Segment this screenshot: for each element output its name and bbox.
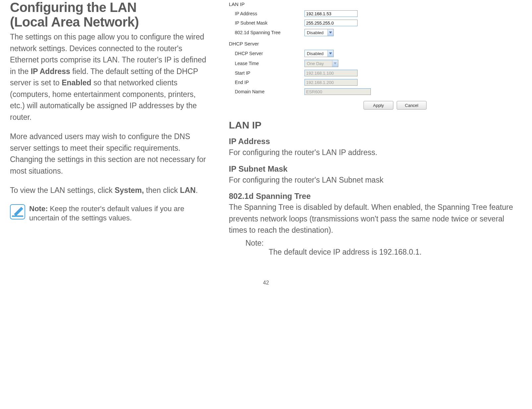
- field-row-ip-address: IP Address: [229, 9, 428, 18]
- section-heading-dhcp: DHCP Server: [229, 41, 428, 46]
- desc-ip-address: For configuring the router's LAN IP addr…: [229, 147, 522, 158]
- field-row-end-ip: End IP: [229, 78, 428, 87]
- select-value: Disabled: [305, 30, 327, 35]
- title-line-1: Configuring the LAN: [10, 0, 137, 15]
- label-domain-name: Domain Name: [235, 89, 304, 94]
- select-value: One Day: [305, 61, 332, 66]
- label-subnet-mask: IP Subnet Mask: [235, 20, 304, 26]
- subheading-spanning-tree: 802.1d Spanning Tree: [229, 192, 522, 201]
- chevron-down-icon: [327, 50, 333, 57]
- input-start-ip: [304, 70, 358, 76]
- select-dhcp-server[interactable]: Disabled: [304, 50, 334, 57]
- heading-lan-ip: LAN IP: [229, 120, 522, 131]
- select-lease-time: One Day: [304, 60, 338, 67]
- button-row: Apply Cancel: [229, 101, 428, 110]
- select-value: Disabled: [305, 51, 327, 56]
- apply-button[interactable]: Apply: [364, 101, 393, 110]
- router-config-panel: LAN IP IP Address IP Subnet Mask 802.1d …: [229, 1, 428, 110]
- label-lease-time: Lease Time: [235, 61, 304, 66]
- intro-paragraph-3: To view the LAN settings, click System, …: [10, 185, 209, 196]
- text-bold: System,: [115, 186, 144, 195]
- input-end-ip: [304, 79, 358, 86]
- text-fragment: To view the LAN settings, click: [10, 186, 115, 195]
- label-end-ip: End IP: [235, 80, 304, 85]
- input-domain-name: [304, 88, 371, 95]
- desc-subnet-mask: For configuring the router's LAN Subnet …: [229, 174, 522, 186]
- label-start-ip: Start IP: [235, 70, 304, 76]
- chevron-down-icon: [327, 29, 333, 36]
- intro-paragraph-2: More advanced users may wish to configur…: [10, 131, 209, 177]
- label-spanning-tree: 802.1d Spanning Tree: [235, 30, 304, 35]
- text-bold: IP Address: [31, 67, 70, 76]
- note-label: Note:: [245, 239, 522, 248]
- chevron-down-icon: [332, 60, 338, 67]
- text-bold: Enabled: [62, 78, 91, 87]
- note-body: Keep the router's default values if you …: [29, 204, 184, 222]
- text-bold: LAN: [180, 186, 196, 195]
- svg-rect-1: [12, 215, 23, 217]
- field-row-lease-time: Lease Time One Day: [229, 58, 428, 68]
- field-row-start-ip: Start IP: [229, 68, 428, 78]
- page-number: 42: [10, 280, 522, 286]
- note-callout: Note: Keep the router's default values i…: [10, 204, 209, 223]
- subheading-subnet-mask: IP Subnet Mask: [229, 164, 522, 174]
- note-label: Note:: [29, 204, 48, 213]
- label-ip-address: IP Address: [235, 11, 304, 16]
- subheading-ip-address: IP Address: [229, 137, 522, 146]
- text-fragment: .: [196, 186, 198, 195]
- field-row-spanning-tree: 802.1d Spanning Tree Disabled: [229, 28, 428, 38]
- cancel-button[interactable]: Cancel: [397, 101, 427, 110]
- page-title: Configuring the LAN (Local Area Network): [10, 0, 209, 29]
- text-fragment: then click: [144, 186, 180, 195]
- intro-paragraph-1: The settings on this page allow you to c…: [10, 31, 209, 123]
- title-line-2: (Local Area Network): [10, 15, 139, 29]
- input-subnet-mask[interactable]: [304, 20, 358, 26]
- field-row-domain-name: Domain Name: [229, 87, 428, 96]
- note-text: Note: Keep the router's default values i…: [29, 204, 209, 223]
- desc-spanning-tree: The Spanning Tree is disabled by default…: [229, 202, 522, 236]
- input-ip-address[interactable]: [304, 10, 358, 17]
- field-row-subnet-mask: IP Subnet Mask: [229, 18, 428, 28]
- note-body: The default device IP address is 192.168…: [269, 248, 522, 257]
- section-heading-lan-ip: LAN IP: [229, 1, 428, 7]
- field-row-dhcp-server: DHCP Server Disabled: [229, 48, 428, 58]
- note-icon: [10, 204, 25, 219]
- label-dhcp-server: DHCP Server: [235, 51, 304, 56]
- select-spanning-tree[interactable]: Disabled: [304, 29, 334, 36]
